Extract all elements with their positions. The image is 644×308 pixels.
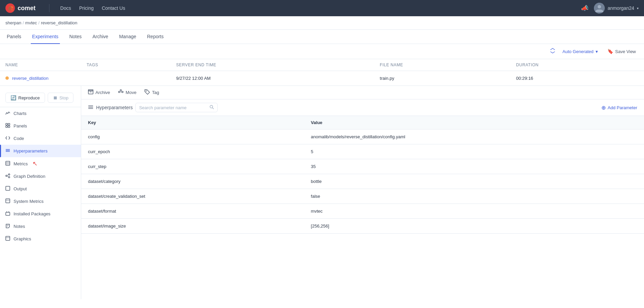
collapse-button[interactable] bbox=[550, 48, 556, 55]
auto-generated-chevron: ▾ bbox=[596, 49, 598, 54]
sidebar-item-system-metrics[interactable]: System Metrics bbox=[0, 195, 81, 208]
auto-generated-button[interactable]: Auto Generated ▾ bbox=[560, 48, 601, 55]
sidebar-item-label-installed-packages: Installed Packages bbox=[14, 211, 50, 216]
param-value: [256,256] bbox=[304, 219, 644, 234]
svg-line-16 bbox=[7, 176, 8, 177]
table-row: curr_epoch 5 bbox=[81, 144, 644, 159]
move-label: Move bbox=[126, 90, 136, 95]
reproduce-button[interactable]: 🔄 Reproduce bbox=[5, 93, 45, 103]
sidebar-item-metrics[interactable]: Metrics ↖ bbox=[0, 157, 81, 170]
sidebar-item-panels[interactable]: Panels bbox=[0, 120, 81, 132]
param-key: dataset/format bbox=[81, 204, 304, 219]
param-value: bottle bbox=[304, 174, 644, 189]
logo-text: comet bbox=[18, 5, 36, 12]
svg-point-14 bbox=[8, 176, 10, 178]
nav-contact-us[interactable]: Contact Us bbox=[102, 5, 125, 11]
tab-archive[interactable]: Archive bbox=[91, 30, 110, 44]
top-nav-right: 📣 anmorgan24 ▾ bbox=[581, 3, 639, 14]
svg-rect-25 bbox=[6, 236, 10, 240]
svg-rect-2 bbox=[6, 123, 7, 125]
sidebar-item-output[interactable]: Output bbox=[0, 183, 81, 195]
svg-point-30 bbox=[118, 91, 120, 93]
panels-icon bbox=[5, 123, 10, 129]
auto-generated-label: Auto Generated bbox=[562, 49, 594, 54]
svg-rect-5 bbox=[8, 126, 10, 127]
content-action-bar: Archive Move Tag bbox=[81, 86, 644, 99]
tag-icon bbox=[145, 89, 150, 96]
sidebar-item-hyperparameters[interactable]: Hyperparameters bbox=[0, 145, 81, 157]
top-navigation: 🍂 comet Docs Pricing Contact Us 📣 anmorg… bbox=[0, 0, 644, 16]
svg-rect-4 bbox=[6, 126, 7, 127]
svg-rect-20 bbox=[6, 212, 10, 215]
param-value: false bbox=[304, 189, 644, 204]
breadcrumb-current: reverse_distillation bbox=[41, 20, 77, 25]
tag-action[interactable]: Tag bbox=[145, 89, 159, 96]
param-value: 5 bbox=[304, 144, 644, 159]
tab-manage[interactable]: Manage bbox=[118, 30, 138, 44]
tab-panels[interactable]: Panels bbox=[5, 30, 23, 44]
sidebar-item-graphics[interactable]: Graphics bbox=[0, 233, 81, 245]
sidebar-item-label-graph-definition: Graph Definition bbox=[14, 174, 45, 179]
breadcrumb: sherpan / mvtec / reverse_distillation bbox=[0, 16, 644, 30]
section-title: Hyperparameters bbox=[96, 105, 133, 110]
archive-label: Archive bbox=[95, 90, 110, 95]
nav-docs[interactable]: Docs bbox=[60, 5, 71, 11]
tab-notes[interactable]: Notes bbox=[68, 30, 83, 44]
nav-pricing[interactable]: Pricing bbox=[79, 5, 94, 11]
search-box bbox=[135, 103, 218, 112]
sidebar-item-charts[interactable]: Charts bbox=[0, 107, 81, 120]
move-action[interactable]: Move bbox=[118, 89, 136, 96]
logo[interactable]: 🍂 comet bbox=[5, 3, 36, 13]
table-row: dataset/create_validation_set false bbox=[81, 189, 644, 204]
parameters-table: Key Value config anomalib/models/reverse… bbox=[81, 116, 644, 234]
tabs-bar: Panels Experiments Notes Archive Manage … bbox=[0, 30, 644, 44]
charts-icon bbox=[5, 111, 10, 116]
param-key: curr_epoch bbox=[81, 144, 304, 159]
svg-rect-28 bbox=[88, 90, 93, 91]
svg-point-32 bbox=[120, 90, 121, 91]
output-icon bbox=[5, 186, 10, 192]
left-sidebar: 🔄 Reproduce ⏹ Stop Charts Panels bbox=[0, 86, 81, 299]
breadcrumb-mvtec[interactable]: mvtec bbox=[25, 20, 37, 25]
hyperparameters-icon bbox=[5, 148, 10, 154]
sidebar-item-label-charts: Charts bbox=[14, 111, 26, 116]
user-menu[interactable]: anmorgan24 ▾ bbox=[594, 3, 639, 14]
add-parameter-button[interactable]: ⊕ Add Parameter bbox=[601, 104, 637, 111]
sidebar-item-code[interactable]: Code bbox=[0, 132, 81, 145]
table-row[interactable]: reverse_distillation 9/27/22 12:00 AM tr… bbox=[0, 71, 644, 86]
save-view-button[interactable]: 🔖 Save View bbox=[605, 47, 639, 55]
svg-line-15 bbox=[7, 175, 8, 176]
sidebar-item-label-output: Output bbox=[14, 186, 27, 191]
param-key: dataset/image_size bbox=[81, 219, 304, 234]
col-key: Key bbox=[81, 116, 304, 129]
param-key: dataset/category bbox=[81, 174, 304, 189]
stop-button[interactable]: ⏹ Stop bbox=[48, 93, 74, 103]
breadcrumb-sherpan[interactable]: sherpan bbox=[5, 20, 21, 25]
section-header: Hyperparameters ⊕ Add Parameter bbox=[81, 99, 644, 116]
main-content: 🔄 Reproduce ⏹ Stop Charts Panels bbox=[0, 86, 644, 299]
svg-rect-9 bbox=[6, 161, 10, 165]
search-input[interactable] bbox=[139, 105, 207, 110]
move-icon bbox=[118, 89, 124, 96]
archive-action[interactable]: Archive bbox=[88, 89, 110, 96]
tab-reports[interactable]: Reports bbox=[146, 30, 165, 44]
svg-point-1 bbox=[598, 5, 601, 8]
notification-icon[interactable]: 📣 bbox=[581, 4, 589, 12]
svg-rect-3 bbox=[8, 123, 10, 125]
user-name: anmorgan24 bbox=[607, 5, 634, 11]
col-value: Value bbox=[304, 116, 644, 129]
experiment-name-link[interactable]: reverse_distillation bbox=[12, 76, 49, 81]
system-metrics-icon bbox=[5, 198, 10, 204]
sidebar-item-installed-packages[interactable]: Installed Packages bbox=[0, 208, 81, 220]
sidebar-item-notes[interactable]: Notes bbox=[0, 220, 81, 233]
svg-line-39 bbox=[213, 108, 214, 109]
cursor-near-metrics: ↖ bbox=[32, 161, 38, 167]
sidebar-item-graph-definition[interactable]: Graph Definition bbox=[0, 170, 81, 183]
svg-point-13 bbox=[8, 174, 10, 175]
experiment-tags-cell bbox=[81, 71, 171, 86]
table-row: dataset/image_size [256,256] bbox=[81, 219, 644, 234]
reproduce-label: Reproduce bbox=[18, 95, 40, 100]
section-title-area: Hyperparameters bbox=[88, 103, 218, 112]
save-view-label: Save View bbox=[615, 49, 636, 54]
tab-experiments[interactable]: Experiments bbox=[31, 30, 60, 44]
